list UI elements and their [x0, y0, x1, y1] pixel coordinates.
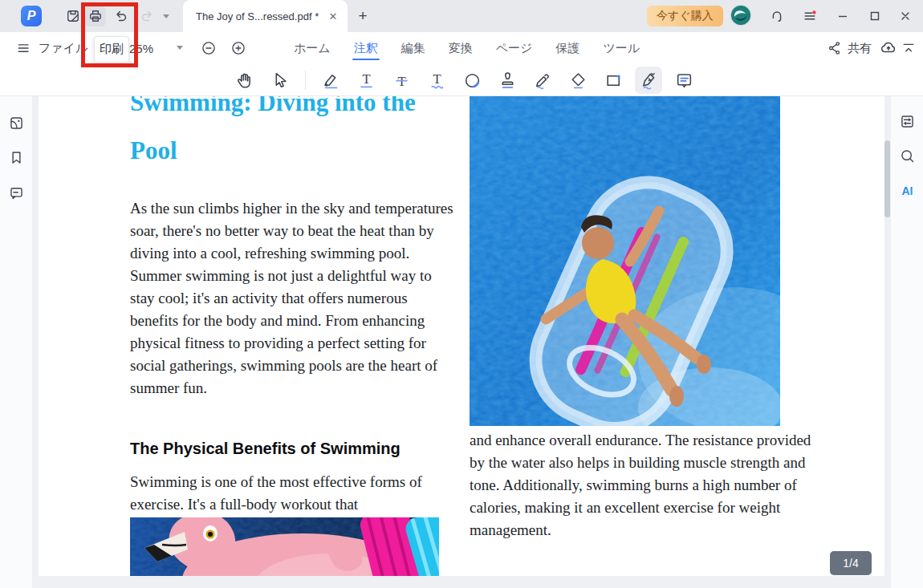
flamingo-photo [130, 517, 439, 576]
tab-convert[interactable]: 変換 [447, 34, 474, 63]
hand-tool-icon [235, 71, 255, 91]
properties-panel-button[interactable] [899, 113, 916, 130]
oval-icon [462, 71, 482, 91]
ai-icon: AI [899, 183, 916, 200]
right-sidebar: AI [891, 96, 923, 588]
maximize-button[interactable] [865, 6, 884, 26]
ai-panel-button[interactable]: AI [899, 183, 916, 200]
file-menu[interactable]: ファイル [16, 32, 87, 64]
fountain-pen-tool-button[interactable] [635, 67, 662, 94]
close-icon [899, 10, 912, 22]
document-tab[interactable]: The Joy of S...ressed.pdf * ✕ [183, 0, 348, 32]
fountain-pen-icon [639, 71, 659, 91]
zoom-caret-icon[interactable] [177, 46, 183, 50]
tab-page[interactable]: ページ [494, 34, 535, 63]
history-caret-icon[interactable] [163, 14, 169, 18]
hand-tool-button[interactable] [231, 67, 258, 94]
tab-title: The Joy of S...ressed.pdf * [196, 10, 320, 22]
save-icon [65, 8, 81, 24]
document-area[interactable]: Swimming: Diving into the Pool As the su… [32, 96, 891, 588]
underline-tool-button[interactable]: T [352, 67, 380, 94]
share-label: 共有 [848, 41, 872, 56]
menubar: ファイル 25% ホーム 注釈 編集 変換 ページ 保護 ツール 共有 [0, 32, 923, 64]
bookmarks-panel-button[interactable] [8, 149, 25, 166]
redo-button[interactable] [136, 6, 157, 26]
undo-icon [113, 8, 129, 24]
eraser-tool-button[interactable] [564, 67, 592, 94]
search-panel-button[interactable] [899, 148, 916, 164]
cloud-upload-button[interactable] [880, 39, 897, 57]
thumbnails-panel-button[interactable] [8, 115, 25, 132]
svg-text:T: T [362, 71, 370, 87]
tab-edit[interactable]: 編集 [400, 34, 427, 63]
squiggly-underline-icon: T [427, 71, 447, 91]
tab-home[interactable]: ホーム [292, 34, 332, 63]
pdf-paragraph-2: Swimming is one of the most effective fo… [130, 471, 454, 516]
print-button[interactable] [85, 6, 106, 26]
pool-photo [470, 96, 780, 426]
tab-annotation[interactable]: 注釈 [352, 34, 380, 63]
pdf-paragraph-column-2: and enhance overall endurance. The resis… [470, 429, 820, 541]
print-icon [87, 8, 104, 24]
close-button[interactable] [896, 6, 915, 26]
left-sidebar [0, 96, 32, 588]
tab-close-icon[interactable]: ✕ [327, 10, 340, 22]
pencil-icon [533, 71, 553, 91]
toolbar-divider [305, 71, 306, 90]
pdf-title: Swimming: Diving into the Pool [130, 96, 451, 175]
comment-icon [674, 71, 694, 91]
file-menu-label: ファイル [39, 41, 87, 56]
squiggly-tool-button[interactable]: T [423, 67, 450, 94]
main-menu-button[interactable] [799, 6, 820, 26]
strikethrough-icon: T [392, 71, 412, 91]
eraser-diamond-icon [568, 71, 588, 91]
oval-tool-button[interactable] [458, 67, 486, 94]
underline-icon: T [356, 71, 376, 91]
buy-now-button[interactable]: 今すぐ購入 [647, 6, 723, 26]
zoom-out-button[interactable] [201, 40, 217, 56]
pdf-page[interactable]: Swimming: Diving into the Pool As the su… [39, 96, 884, 576]
highlight-tool-button[interactable] [317, 67, 344, 94]
select-tool-button[interactable] [266, 67, 294, 94]
new-tab-button[interactable]: + [353, 6, 372, 26]
save-button[interactable] [63, 6, 83, 26]
svg-text:T: T [433, 71, 441, 87]
pencil-tool-button[interactable] [529, 67, 556, 94]
share-button[interactable]: 共有 [827, 32, 872, 64]
pdf-paragraph-1: As the sun climbs higher in the sky and … [130, 197, 454, 399]
ribbon-tabs: ホーム 注釈 編集 変換 ページ 保護 ツール [292, 32, 641, 64]
rectangle-tool-button[interactable] [600, 67, 627, 94]
avatar[interactable] [730, 5, 751, 26]
undo-button[interactable] [111, 6, 132, 26]
redo-icon [139, 8, 155, 24]
select-cursor-icon [270, 71, 291, 91]
hamburger-icon [16, 40, 32, 56]
comment-tool-button[interactable] [670, 67, 697, 94]
rectangle-icon [604, 71, 624, 91]
highlight-icon [321, 71, 341, 91]
support-button[interactable] [766, 6, 787, 26]
collapse-toolbar-button[interactable] [901, 40, 917, 56]
maximize-icon [868, 10, 881, 22]
titlebar: P The Joy of S...ressed.pdf * ✕ [0, 0, 923, 32]
zoom-level[interactable]: 25% [129, 32, 153, 64]
stamp-tool-button[interactable] [494, 67, 521, 94]
comments-panel-button[interactable] [8, 185, 25, 201]
minimize-button[interactable] [833, 6, 852, 26]
share-icon [827, 40, 843, 56]
zoom-in-button[interactable] [230, 40, 246, 56]
annotation-toolbar: T T T [0, 64, 923, 96]
pdfelement-logo: P [21, 6, 42, 26]
svg-text:AI: AI [902, 185, 913, 197]
stamp-icon [498, 71, 518, 91]
pdf-heading-2: The Physical Benefits of Swimming [130, 440, 401, 458]
tab-tools[interactable]: ツール [601, 34, 641, 63]
notification-menu-icon [802, 8, 818, 24]
support-headset-icon [769, 8, 785, 24]
minimize-icon [836, 10, 849, 22]
document-scrollbar[interactable] [884, 140, 890, 217]
strikethrough-tool-button[interactable]: T [388, 67, 415, 94]
print-tooltip: 印刷 [94, 36, 129, 63]
app-window: P The Joy of S...ressed.pdf * ✕ [0, 0, 923, 588]
tab-protect[interactable]: 保護 [554, 34, 581, 63]
